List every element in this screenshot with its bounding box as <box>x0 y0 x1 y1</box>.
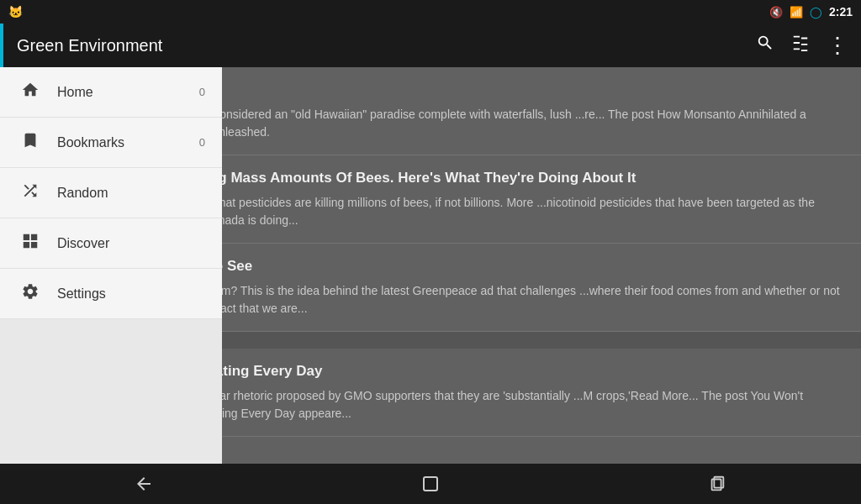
more-icon[interactable]: ⋮ <box>827 33 848 59</box>
sidebar-item-random[interactable]: Random <box>0 168 222 218</box>
random-label: Random <box>57 186 205 201</box>
bottom-nav-bar <box>0 464 861 504</box>
random-icon <box>17 181 44 205</box>
bookmark-icon <box>17 131 44 155</box>
settings-label: Settings <box>57 286 205 302</box>
status-bar-left: 🐱 <box>8 5 23 18</box>
system-icon-1: 🐱 <box>8 5 23 18</box>
status-bar: 🐱 🔇 📶 ◯ 2:21 <box>0 0 861 24</box>
discover-label: Discover <box>57 236 205 251</box>
status-time: 2:21 <box>829 5 853 18</box>
home-button[interactable] <box>405 467 456 501</box>
home-icon <box>17 81 44 104</box>
bookmarks-label: Bookmarks <box>57 135 188 150</box>
side-drawer: Home 0 Bookmarks 0 Random <box>0 67 222 464</box>
main-area: ...nnihilated A Paradise ...the beautifu… <box>0 67 861 464</box>
sidebar-item-discover[interactable]: Discover <box>0 218 222 269</box>
wifi-icon: 📶 <box>790 6 803 18</box>
sidebar-item-settings[interactable]: Settings <box>0 269 222 319</box>
svg-rect-0 <box>424 477 437 491</box>
status-bar-right: 🔇 📶 ◯ 2:21 <box>769 5 853 18</box>
back-button[interactable] <box>119 467 169 501</box>
grid-icon[interactable] <box>791 34 810 57</box>
home-badge: 0 <box>188 86 205 98</box>
sidebar-item-home[interactable]: Home 0 <box>0 67 222 118</box>
mic-muted-icon: 🔇 <box>769 6 783 18</box>
recents-button[interactable] <box>692 467 742 501</box>
app-title: Green Environment <box>17 36 756 55</box>
home-label: Home <box>57 85 188 100</box>
settings-icon <box>17 282 44 306</box>
data-icon: ◯ <box>810 6 822 18</box>
app-bar: Green Environment ⋮ <box>0 24 861 67</box>
search-icon[interactable] <box>756 34 774 57</box>
bookmarks-badge: 0 <box>188 136 205 149</box>
drawer-spacer <box>0 319 222 464</box>
discover-icon <box>17 232 44 255</box>
app-bar-actions: ⋮ <box>756 33 848 59</box>
sidebar-item-bookmarks[interactable]: Bookmarks 0 <box>0 118 222 168</box>
